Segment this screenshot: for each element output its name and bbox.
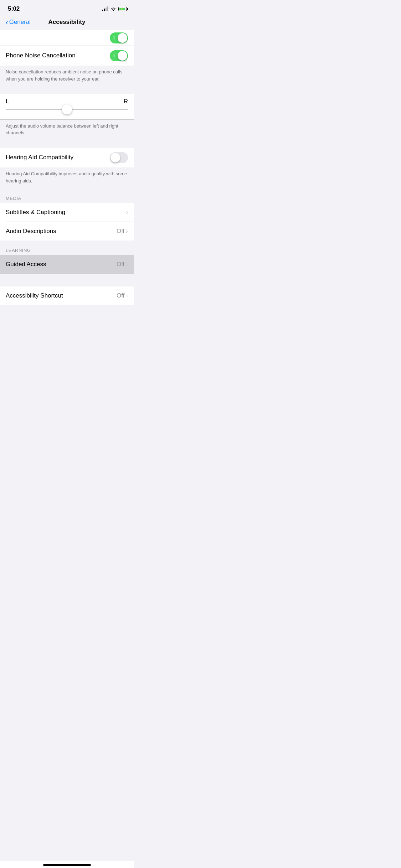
signal-icon	[102, 7, 108, 11]
audio-balance-section: L R	[0, 94, 134, 119]
phone-noise-cancellation-row[interactable]: Phone Noise Cancellation I	[0, 46, 134, 66]
back-button[interactable]: ‹ General	[6, 19, 31, 26]
subtitles-captioning-row[interactable]: Subtitles & Captioning ›	[0, 203, 134, 222]
audio-descriptions-value: Off ›	[117, 228, 128, 235]
phone-noise-cancellation-toggle[interactable]: I	[110, 50, 128, 61]
status-bar: 5:02 ⚡	[0, 0, 134, 16]
status-time: 5:02	[8, 5, 20, 12]
subtitles-captioning-label: Subtitles & Captioning	[6, 209, 65, 216]
back-chevron-icon: ‹	[6, 19, 8, 26]
noise-cancellation-description: Noise cancellation reduces ambient noise…	[6, 69, 122, 82]
hearing-aid-label: Hearing Aid Compatibility	[6, 154, 73, 161]
accessibility-shortcut-group: Accessibility Shortcut Off ›	[0, 286, 134, 305]
chevron-right-icon-2: ›	[126, 228, 128, 235]
slider-left-label: L	[6, 98, 9, 105]
toggle-knob	[118, 51, 127, 61]
accessibility-shortcut-off-text: Off	[117, 292, 124, 299]
slider-knob[interactable]	[62, 104, 72, 114]
content: I Phone Noise Cancellation I Noise cance…	[0, 30, 134, 334]
toggle-i-label: I	[113, 35, 115, 41]
page-title: Accessibility	[48, 19, 86, 26]
toggle-knob-off	[110, 153, 120, 162]
nav-bar: ‹ General Accessibility	[0, 16, 134, 30]
subtitles-captioning-value: ›	[126, 209, 128, 216]
accessibility-shortcut-value: Off ›	[117, 292, 128, 299]
hearing-aid-description-block: Hearing Aid Compatibility improves audio…	[0, 167, 134, 188]
guided-access-row[interactable]: Guided Access Off ›	[0, 255, 134, 274]
chevron-right-icon: ›	[126, 209, 128, 216]
slider-fill	[6, 109, 67, 110]
spacer-2	[0, 141, 134, 148]
phone-noise-cancellation-label: Phone Noise Cancellation	[6, 52, 76, 59]
partial-toggle-area: I	[110, 32, 128, 43]
wifi-icon	[110, 7, 116, 11]
toggle-on-i: I	[113, 53, 115, 58]
media-group: Subtitles & Captioning › Audio Descripti…	[0, 203, 134, 241]
status-icons: ⚡	[102, 7, 128, 11]
accessibility-shortcut-row[interactable]: Accessibility Shortcut Off ›	[0, 286, 134, 305]
chevron-right-icon-3: ›	[126, 261, 128, 268]
guided-access-off-text: Off	[117, 261, 124, 268]
learning-section-header: LEARNING	[0, 241, 134, 255]
slider-labels: L R	[6, 98, 128, 105]
toggle-knob	[118, 33, 127, 43]
audio-descriptions-label: Audio Descriptions	[6, 228, 56, 235]
learning-group: Guided Access Off ›	[0, 255, 134, 274]
guided-access-label: Guided Access	[6, 261, 46, 268]
back-label: General	[9, 19, 31, 26]
guided-access-value: Off ›	[117, 261, 128, 268]
noise-cancellation-description-block: Noise cancellation reduces ambient noise…	[0, 66, 134, 87]
chevron-right-icon-4: ›	[126, 292, 128, 299]
partial-top-row: I	[0, 30, 134, 46]
audio-descriptions-row[interactable]: Audio Descriptions Off ›	[0, 222, 134, 241]
slider-right-label: R	[124, 98, 128, 105]
spacer-1	[0, 87, 134, 94]
partial-toggle[interactable]: I	[110, 32, 128, 43]
battery-icon: ⚡	[118, 7, 128, 11]
bottom-spacer	[0, 305, 134, 334]
hearing-aid-toggle[interactable]	[110, 152, 128, 163]
spacer-3	[0, 274, 134, 286]
audio-balance-slider[interactable]	[6, 109, 128, 110]
hearing-aid-row[interactable]: Hearing Aid Compatibility	[0, 148, 134, 167]
audio-descriptions-off-text: Off	[117, 228, 124, 235]
audio-balance-description: Adjust the audio volume balance between …	[6, 123, 118, 136]
accessibility-shortcut-label: Accessibility Shortcut	[6, 292, 63, 299]
media-section-header: MEDIA	[0, 188, 134, 203]
audio-balance-description-block: Adjust the audio volume balance between …	[0, 120, 134, 141]
hearing-aid-description: Hearing Aid Compatibility improves audio…	[6, 171, 127, 184]
